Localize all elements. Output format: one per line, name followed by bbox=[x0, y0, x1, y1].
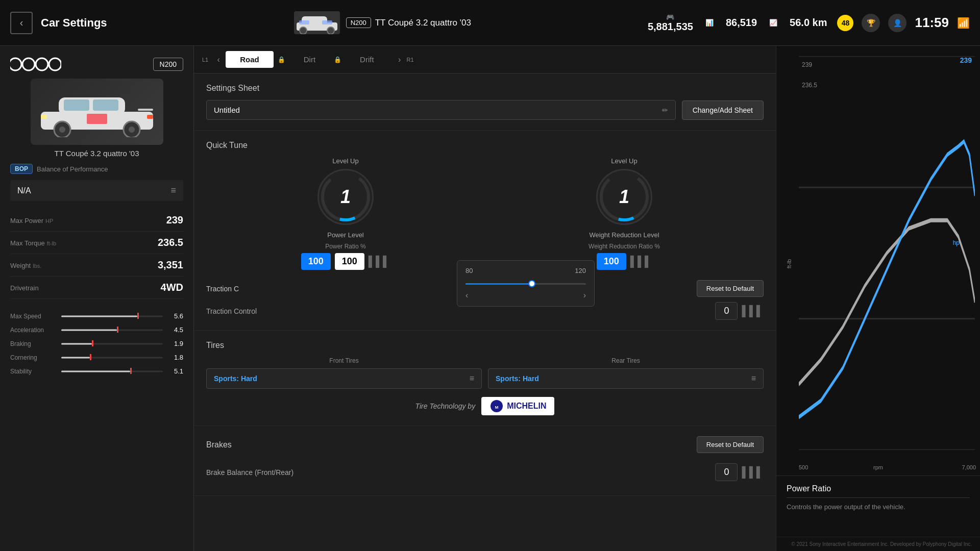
edit-icon[interactable]: ✏ bbox=[662, 106, 668, 114]
power-dial[interactable]: 1 bbox=[317, 169, 374, 225]
slider-popup: 80 120 ‹ › bbox=[457, 260, 595, 307]
na-box[interactable]: N/A ≡ bbox=[10, 180, 183, 201]
svg-point-15 bbox=[59, 127, 65, 133]
page-title: Car Settings bbox=[41, 16, 107, 30]
weight-dial-value: 1 bbox=[619, 186, 629, 208]
slider-left-arrow[interactable]: ‹ bbox=[465, 291, 468, 300]
top-bar: ‹ Car Settings N200 TT Coupé 3.2 quattro… bbox=[0, 0, 980, 46]
traction-bar-icon: ▌▌▌ bbox=[742, 305, 764, 317]
perf-max-speed: Max Speed 5.6 bbox=[10, 309, 183, 323]
slider-thumb[interactable] bbox=[528, 280, 535, 287]
sheet-name-input[interactable]: Untitled ✏ bbox=[206, 100, 676, 120]
na-value: N/A bbox=[17, 186, 31, 195]
drivetrain-value: 4WD bbox=[161, 282, 183, 293]
slider-arrows: ‹ › bbox=[465, 291, 586, 300]
chart-area: 239 239 236.5 hp ft-lb 500 rpm 7,000 bbox=[776, 46, 980, 475]
chart-x-min: 500 bbox=[799, 464, 808, 470]
settings-sheet-title: Settings Sheet bbox=[206, 84, 764, 93]
power-ratio-input[interactable]: 100 bbox=[335, 253, 364, 270]
tab-road[interactable]: Road bbox=[226, 51, 274, 68]
slider-min: 80 bbox=[465, 267, 473, 274]
tab-prev-label: L1 bbox=[202, 57, 208, 63]
brake-bar-icon: ▌▌▌ bbox=[742, 466, 764, 478]
svg-rect-18 bbox=[41, 115, 47, 119]
stat-icon1: 📊 bbox=[705, 19, 714, 27]
car-preview: TT Coupé 3.2 quattro '03 bbox=[10, 79, 183, 158]
svg-point-3 bbox=[327, 27, 334, 34]
max-torque-value: 236.5 bbox=[158, 237, 183, 248]
power-ratio-value: 100 bbox=[301, 253, 331, 270]
chart-x-mid: rpm bbox=[873, 464, 883, 470]
menu-icon[interactable]: ≡ bbox=[170, 185, 176, 196]
brake-balance-value-box: 0 ▌▌▌ bbox=[715, 463, 764, 481]
settings-sheet-section: Settings Sheet Untitled ✏ Change/Add She… bbox=[194, 73, 776, 131]
info-panel: Power Ratio Controls the power output of… bbox=[776, 475, 980, 537]
car-name-sidebar: TT Coupé 3.2 quattro '03 bbox=[10, 149, 183, 158]
rear-tires-btn[interactable]: Sports: Hard ≡ bbox=[488, 368, 764, 389]
front-tire-menu-icon[interactable]: ≡ bbox=[470, 374, 474, 383]
tab-next-btn[interactable]: › bbox=[393, 53, 407, 67]
avatar-btn[interactable]: 👤 bbox=[888, 14, 906, 32]
svg-text:M: M bbox=[495, 405, 499, 410]
level-badge: 48 bbox=[837, 15, 853, 31]
brakes-section: Brakes Reset to Default Brake Balance (F… bbox=[194, 426, 776, 496]
brake-balance-value: 0 bbox=[715, 463, 738, 481]
stat-credits: 🎮 5,881,535 bbox=[648, 13, 693, 33]
sidebar: N200 bbox=[0, 46, 194, 551]
change-add-sheet-btn[interactable]: Change/Add Sheet bbox=[682, 101, 764, 120]
tab-lock-2: 🔒 bbox=[334, 56, 341, 63]
svg-rect-20 bbox=[138, 109, 153, 111]
tires-title: Tires bbox=[206, 341, 764, 350]
bop-section: BOP Balance of Performance bbox=[10, 164, 183, 174]
chart-x-max: 7,000 bbox=[962, 464, 976, 470]
quick-tune-row: Level Up 1 Power Level Power Ratio % bbox=[206, 157, 764, 270]
info-desc: Controls the power output of the vehicle… bbox=[787, 502, 970, 512]
brakes-title: Brakes bbox=[206, 440, 232, 449]
slider-track[interactable] bbox=[465, 279, 586, 289]
michelin-text: Tire Technology by bbox=[415, 402, 476, 410]
stat-weight: Weightlbs. 3,351 bbox=[10, 254, 183, 277]
front-tires-btn[interactable]: Sports: Hard ≡ bbox=[206, 368, 482, 389]
top-right: 48 🏆 👤 11:59 📶 bbox=[837, 14, 970, 32]
traction-value: 0 bbox=[715, 302, 738, 320]
brake-balance-row: Brake Balance (Front/Rear) 0 ▌▌▌ bbox=[206, 459, 764, 485]
tab-drift[interactable]: Drift bbox=[346, 51, 388, 68]
brakes-reset-btn[interactable]: Reset to Default bbox=[697, 436, 764, 453]
front-tires-header: Front Tires bbox=[206, 357, 482, 364]
car-badge-top: N200 bbox=[346, 17, 371, 28]
svg-rect-19 bbox=[147, 115, 153, 119]
stat-chart: 📈 bbox=[769, 19, 777, 27]
weight-ratio-label: Weight Reduction Ratio % bbox=[589, 243, 660, 250]
tab-next-label: R1 bbox=[407, 57, 414, 63]
quick-tune-section: Quick Tune Level Up 1 Power Level bbox=[194, 131, 776, 331]
tires-section: Tires Front Tires Sports: Hard ≡ Rear Ti… bbox=[194, 331, 776, 426]
ftlb-label: ft-lb bbox=[786, 259, 792, 268]
performance-section: Max Speed 5.6 Acceleration 4.5 Braking bbox=[10, 309, 183, 378]
slider-right-arrow[interactable]: › bbox=[583, 291, 586, 300]
svg-point-6 bbox=[10, 58, 21, 70]
rear-tire-menu-icon[interactable]: ≡ bbox=[751, 374, 756, 383]
svg-rect-21 bbox=[87, 114, 107, 124]
weight-level-label: Weight Reduction Level bbox=[589, 231, 659, 239]
weight-level-up-label: Level Up bbox=[611, 157, 637, 165]
power-ratio-label: Power Ratio % bbox=[325, 243, 365, 250]
weight-value: 3,351 bbox=[158, 259, 183, 271]
rear-tires-col: Rear Tires Sports: Hard ≡ bbox=[488, 357, 764, 389]
trophy-btn[interactable]: 🏆 bbox=[862, 14, 880, 32]
power-chart bbox=[799, 56, 975, 450]
sheet-name-value: Untitled bbox=[214, 106, 240, 114]
perf-stability: Stability 5.1 bbox=[10, 364, 183, 378]
svg-rect-12 bbox=[64, 99, 89, 111]
traction-value-box: 0 ▌▌▌ bbox=[715, 302, 764, 320]
tab-prev-btn[interactable]: ‹ bbox=[211, 53, 226, 67]
back-button[interactable]: ‹ bbox=[10, 12, 33, 34]
weight-dial[interactable]: 1 bbox=[596, 169, 652, 225]
tab-dirt[interactable]: Dirt bbox=[289, 51, 330, 68]
brand-header: N200 bbox=[10, 56, 183, 72]
power-level-up-label: Level Up bbox=[332, 157, 358, 165]
car-image-top bbox=[294, 11, 340, 34]
quick-tune-title: Quick Tune bbox=[206, 141, 764, 150]
slider-range-labels: 80 120 bbox=[465, 267, 586, 274]
tab-lock-1: 🔒 bbox=[278, 56, 285, 63]
reset-default-btn[interactable]: Reset to Default bbox=[697, 280, 764, 297]
